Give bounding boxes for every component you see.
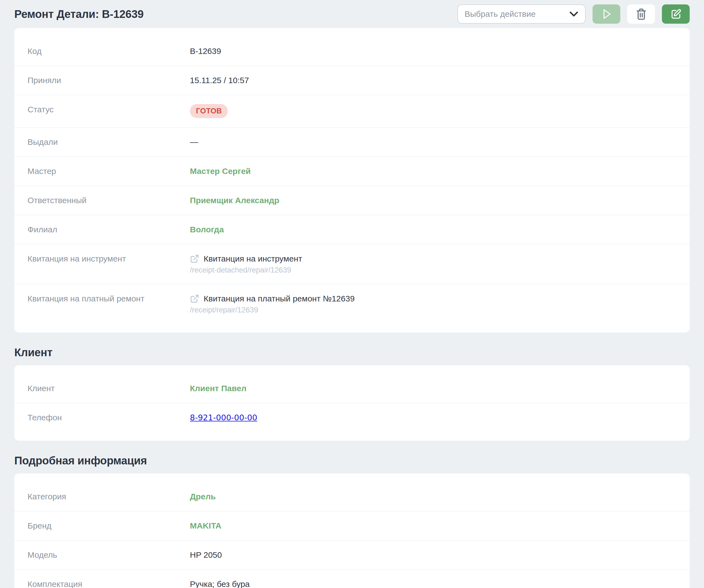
row-label: Приняли — [27, 75, 190, 85]
row-equipment: Комплектация Ручка; без бура — [14, 570, 690, 588]
row-responsible: Ответственный Приемщик Александр — [14, 186, 690, 215]
info-card: Категория Дрель Бренд MAKITA Модель HP 2… — [14, 473, 690, 588]
receipt-tool-link[interactable]: Квитанция на инструмент — [204, 253, 302, 264]
action-select-value: Выбрать действие — [465, 9, 536, 19]
section-title-client: Клиент — [14, 346, 690, 359]
row-category: Категория Дрель — [14, 482, 690, 512]
page-header: Ремонт Детали: В-12639 Выбрать действие — [14, 0, 690, 28]
row-value: — — [190, 137, 198, 147]
row-label: Статус — [27, 104, 190, 115]
external-link-icon — [190, 254, 199, 263]
row-model: Модель HP 2050 — [14, 541, 690, 570]
phone-link[interactable]: 8-921-000-00-00 — [190, 413, 257, 422]
row-receipt-tool: Квитанция на инструмент Квитанция на инс… — [14, 244, 690, 284]
row-status: Статус ГОТОВ — [14, 95, 690, 128]
category-link[interactable]: Дрель — [190, 492, 216, 501]
repair-details-card: Код В-12639 Приняли 15.11.25 / 10:57 Ста… — [14, 28, 690, 333]
row-value: 15.11.25 / 10:57 — [190, 75, 249, 85]
external-link-icon — [190, 294, 199, 303]
responsible-link[interactable]: Приемщик Александр — [190, 196, 279, 205]
repair-detail-page: Ремонт Детали: В-12639 Выбрать действие — [0, 0, 704, 588]
row-label: Квитанция на платный ремонт — [27, 293, 190, 304]
receipt-tool-path: /receipt-detached/repair/12639 — [190, 266, 302, 275]
client-card: Клиент Клиент Павел Телефон 8-921-000-00… — [14, 365, 690, 441]
row-phone: Телефон 8-921-000-00-00 — [14, 403, 690, 432]
receipt-paid-path: /receipt/repair/12639 — [190, 305, 355, 315]
status-badge: ГОТОВ — [190, 104, 228, 118]
play-icon — [601, 8, 612, 20]
branch-link[interactable]: Вологда — [190, 225, 224, 234]
row-client: Клиент Клиент Павел — [14, 374, 690, 403]
page-title: Ремонт Детали: В-12639 — [14, 8, 144, 20]
row-value: В-12639 — [190, 46, 221, 56]
row-value: Ручка; без бура — [190, 579, 250, 588]
receipt-paid-link[interactable]: Квитанция на платный ремонт №12639 — [204, 293, 355, 304]
row-issued: Выдали — — [14, 128, 690, 157]
row-label: Квитанция на инструмент — [27, 253, 190, 264]
row-label: Клиент — [27, 383, 190, 394]
row-master: Мастер Мастер Сергей — [14, 157, 690, 186]
row-label: Категория — [27, 491, 190, 502]
row-label: Код — [27, 46, 190, 56]
row-label: Бренд — [27, 521, 190, 531]
row-code: Код В-12639 — [14, 37, 690, 66]
client-link[interactable]: Клиент Павел — [190, 384, 247, 393]
row-receipt-paid: Квитанция на платный ремонт Квитанция на… — [14, 284, 690, 324]
row-value: HP 2050 — [190, 550, 222, 560]
trash-icon — [636, 8, 647, 20]
section-title-info: Подробная информация — [14, 455, 690, 467]
chevron-down-icon — [570, 11, 578, 16]
run-action-button[interactable] — [593, 4, 620, 24]
action-select[interactable]: Выбрать действие — [457, 4, 586, 24]
header-controls: Выбрать действие — [457, 4, 690, 24]
row-branch: Филиал Вологда — [14, 215, 690, 244]
row-label: Мастер — [27, 166, 190, 176]
row-label: Комплектация — [27, 579, 190, 588]
delete-button[interactable] — [627, 4, 655, 24]
brand-link[interactable]: MAKITA — [190, 521, 221, 530]
row-label: Телефон — [27, 412, 190, 423]
row-label: Филиал — [27, 224, 190, 235]
row-label: Выдали — [27, 137, 190, 147]
master-link[interactable]: Мастер Сергей — [190, 167, 251, 176]
row-accepted: Приняли 15.11.25 / 10:57 — [14, 66, 690, 95]
edit-button[interactable] — [662, 4, 690, 24]
row-label: Модель — [27, 550, 190, 560]
row-brand: Бренд MAKITA — [14, 512, 690, 541]
edit-icon — [670, 8, 682, 20]
row-label: Ответственный — [27, 195, 190, 205]
